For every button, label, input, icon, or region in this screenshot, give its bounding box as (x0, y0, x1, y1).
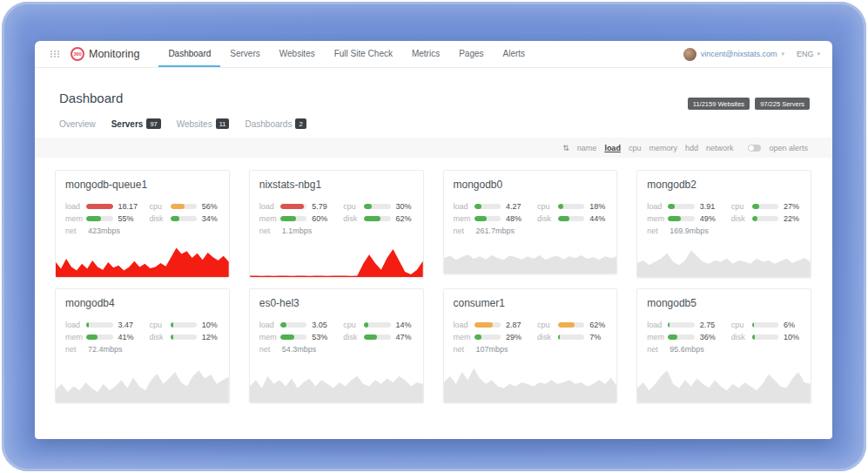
user-menu[interactable]: vincent@nixstats.com ▾ (683, 48, 784, 61)
metric-value: 10% (778, 333, 801, 341)
metric-value: 2.75 (695, 321, 723, 329)
tab-websites[interactable]: Websites11 (177, 118, 230, 129)
server-card[interactable]: consumer1load2.87mem29%net107mbpscpu62%d… (443, 288, 618, 403)
section-tabs: OverviewServers97Websites11Dashboards2 (35, 110, 832, 129)
nav-item-alerts[interactable]: Alerts (494, 41, 535, 67)
metric-bar (364, 334, 390, 340)
server-name: mongodb-queue1 (65, 179, 219, 191)
open-alerts-toggle[interactable] (748, 145, 761, 152)
metric-value: 7% (584, 333, 607, 341)
metric-bar (171, 216, 197, 221)
server-card[interactable]: mongodb2load3.91mem49%net169.9mbpscpu27%… (636, 170, 811, 278)
tab-label: Websites (177, 119, 212, 129)
chevron-down-icon: ▾ (817, 51, 820, 57)
net-value: 107mbps (474, 345, 508, 354)
tab-count-badge: 11 (216, 118, 230, 129)
tab-overview[interactable]: Overview (59, 119, 96, 129)
metric-value: 27% (778, 202, 801, 211)
language-menu[interactable]: ENG ▾ (797, 50, 820, 58)
metric-bar-fill (86, 204, 113, 209)
metric-row-net: net72.4mbps (65, 343, 141, 355)
metric-row-cpu: cpu10% (150, 319, 219, 330)
metric-row-disk: disk12% (150, 331, 219, 342)
metric-row-disk: disk22% (731, 213, 801, 224)
metric-label: mem (65, 214, 86, 223)
metric-bar-fill (668, 204, 675, 209)
metric-bar (171, 334, 197, 340)
metric-label: net (65, 345, 86, 354)
sort-option-hdd[interactable]: hdd (685, 144, 698, 152)
sort-option-name[interactable]: name (577, 144, 597, 152)
nav-item-metrics[interactable]: Metrics (402, 41, 449, 67)
metric-value: 3.91 (695, 202, 723, 211)
sort-option-memory[interactable]: memory (649, 144, 677, 152)
metric-label: net (259, 345, 280, 354)
metric-label: mem (259, 333, 280, 341)
net-value: 261.7mbps (474, 226, 515, 235)
net-value: 95.6mbps (668, 345, 704, 354)
metric-value: 5.79 (306, 202, 334, 211)
tab-count-badge: 2 (295, 118, 306, 129)
metric-label: cpu (731, 321, 752, 329)
metric-row-disk: disk62% (343, 213, 413, 224)
metric-bar-fill (280, 322, 287, 328)
sort-option-network[interactable]: network (706, 144, 734, 152)
nav-item-pages[interactable]: Pages (449, 41, 493, 67)
metric-label: mem (454, 214, 474, 223)
sort-option-load[interactable]: load (604, 144, 621, 152)
metric-bar-fill (474, 216, 488, 221)
metric-row-load: load2.75 (647, 319, 723, 330)
metric-label: net (647, 345, 668, 354)
metric-row-net: net261.7mbps (454, 225, 529, 236)
metric-bar (364, 216, 390, 221)
server-card[interactable]: es0-hel3load3.05mem53%net54.3mbpscpu14%d… (249, 288, 424, 403)
metric-bar (280, 322, 307, 328)
server-card[interactable]: mongodb5load2.75mem36%net95.6mbpscpu6%di… (636, 288, 811, 403)
server-card[interactable]: mongodb4load3.47mem41%net72.4mbpscpu10%d… (55, 288, 230, 403)
metric-bar (752, 216, 778, 221)
metric-row-mem: mem49% (647, 213, 723, 224)
top-navigation: 360 Monitoring DashboardServersWebsitesF… (35, 41, 832, 68)
tab-servers[interactable]: Servers97 (111, 118, 161, 129)
metric-bar (752, 334, 778, 340)
sparkline-chart (56, 362, 229, 402)
metric-row-load: load5.79 (259, 200, 335, 212)
metric-value: 53% (306, 333, 334, 341)
nav-item-full-site-check[interactable]: Full Site Check (325, 41, 402, 67)
metric-label: cpu (150, 321, 171, 329)
server-card[interactable]: mongodb0load4.27mem48%net261.7mbpscpu18%… (443, 170, 618, 274)
server-card[interactable]: mongodb-queue1load18.17mem55%net423mbpsc… (55, 170, 230, 278)
sort-option-cpu[interactable]: cpu (629, 144, 642, 152)
metric-row-cpu: cpu14% (343, 319, 413, 330)
metric-value: 41% (113, 333, 141, 341)
open-alerts-label[interactable]: open alerts (769, 144, 808, 152)
metric-value: 30% (391, 202, 414, 211)
metric-bar (558, 216, 584, 221)
tab-dashboards[interactable]: Dashboards2 (245, 118, 306, 129)
metric-bar (668, 334, 695, 340)
metric-label: disk (150, 214, 171, 223)
metric-value: 12% (197, 333, 219, 341)
metric-value: 48% (501, 214, 528, 223)
brand-logo[interactable]: 360 Monitoring (71, 41, 139, 67)
server-name: es0-hel3 (259, 297, 414, 309)
metric-bar (86, 204, 113, 209)
server-card[interactable]: nixstats-nbg1load5.79mem60%net1.1mbpscpu… (249, 170, 424, 278)
nav-item-dashboard[interactable]: Dashboard (158, 41, 220, 67)
tab-label: Servers (111, 119, 144, 129)
metric-bar-fill (668, 216, 681, 221)
apps-grid-icon[interactable] (50, 51, 60, 57)
metric-label: disk (537, 333, 558, 341)
user-email: vincent@nixstats.com (701, 50, 777, 58)
metric-row-load: load18.17 (65, 200, 141, 212)
net-value: 169.9mbps (668, 226, 709, 235)
nav-item-websites[interactable]: Websites (270, 41, 325, 67)
metric-bar (474, 334, 501, 340)
sparkline-chart (444, 244, 617, 274)
metric-bar (474, 216, 501, 221)
metric-bar-fill (364, 334, 376, 340)
nav-item-servers[interactable]: Servers (220, 41, 269, 67)
metric-label: load (454, 321, 474, 329)
metric-row-net: net95.6mbps (647, 343, 723, 355)
metric-label: net (647, 226, 668, 235)
